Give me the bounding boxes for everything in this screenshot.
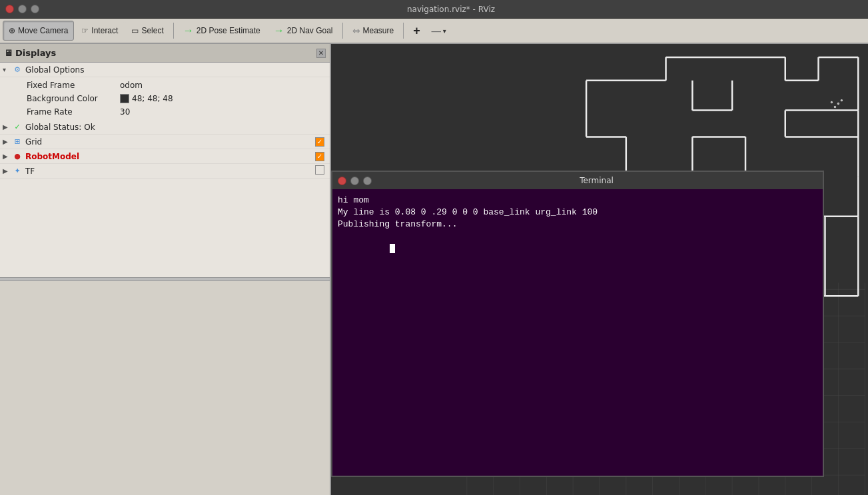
bg-color-value[interactable]: 48; 48; 48 <box>120 94 330 103</box>
left-panel-bottom <box>0 281 330 496</box>
frame-rate-row: Frame Rate 30 <box>0 105 330 119</box>
dropdown-arrow-icon: ▾ <box>443 27 446 35</box>
interact-label: Interact <box>91 26 118 35</box>
displays-title-label: Displays <box>15 48 56 58</box>
plus-icon: + <box>413 24 420 38</box>
window-controls[interactable] <box>5 5 39 13</box>
robot-model-item[interactable]: ▶ ● RobotModel ✓ <box>0 149 330 164</box>
displays-icon: 🖥 <box>4 48 13 58</box>
maximize-button[interactable] <box>31 5 39 13</box>
left-panel: 🖥 Displays ✕ ▾ ⚙ Global Options Fixed Fr… <box>0 44 331 495</box>
grid-arrow: ▶ <box>3 138 12 145</box>
terminal-min-button[interactable] <box>350 177 359 185</box>
global-options-icon: ⚙ <box>12 65 23 75</box>
terminal-title: Terminal <box>376 176 817 185</box>
fixed-frame-label: Fixed Frame <box>27 81 120 90</box>
measure-icon: ⇔ <box>352 25 360 36</box>
robot-model-checkbox[interactable]: ✓ <box>315 152 324 161</box>
fixed-frame-value[interactable]: odom <box>120 81 330 90</box>
bg-color-label: Background Color <box>27 94 120 103</box>
bg-color-text: 48; 48; 48 <box>132 94 173 103</box>
titlebar: navigation.rviz* - RViz <box>0 0 868 19</box>
terminal-cursor <box>390 244 395 253</box>
terminal-line-3: Publishing transform... <box>338 219 817 231</box>
select-icon: ▭ <box>131 26 139 35</box>
toolbar-separator-3 <box>403 23 404 39</box>
grid-item[interactable]: ▶ ⊞ Grid ✓ <box>0 135 330 149</box>
robot-model-label: RobotModel <box>25 152 315 161</box>
tf-arrow: ▶ <box>3 167 12 175</box>
terminal-cursor-line <box>338 231 817 268</box>
toolbar: ⊕ Move Camera ☞ Interact ▭ Select → 2D P… <box>0 19 868 44</box>
grid-icon: ⊞ <box>12 137 23 147</box>
move-camera-label: Move Camera <box>18 26 68 35</box>
move-camera-icon: ⊕ <box>9 26 15 35</box>
fixed-frame-row: Fixed Frame odom <box>0 79 330 92</box>
minimize-button[interactable] <box>18 5 27 13</box>
window-title: navigation.rviz* - RViz <box>39 5 863 14</box>
frame-rate-label: Frame Rate <box>27 107 120 117</box>
frame-rate-value[interactable]: 30 <box>120 107 330 117</box>
measure-label: Measure <box>363 26 394 35</box>
main-area: 🖥 Displays ✕ ▾ ⚙ Global Options Fixed Fr… <box>0 44 868 495</box>
global-status-icon: ✓ <box>12 122 23 133</box>
global-options-arrow: ▾ <box>3 66 12 73</box>
close-button[interactable] <box>5 5 14 13</box>
global-status-label: Global Status: Ok <box>25 123 330 132</box>
rviz-viewport[interactable]: Terminal hi mom My line is 0.08 0 .29 0 … <box>331 44 868 495</box>
displays-panel-title: 🖥 Displays <box>4 48 56 58</box>
terminal-max-button[interactable] <box>363 177 372 185</box>
grid-label: Grid <box>25 137 315 147</box>
bg-color-row: Background Color 48; 48; 48 <box>0 92 330 105</box>
pose-estimate-button[interactable]: → 2D Pose Estimate <box>177 21 266 41</box>
tf-item[interactable]: ▶ ✦ TF <box>0 164 330 179</box>
select-button[interactable]: ▭ Select <box>125 21 169 41</box>
terminal-window: Terminal hi mom My line is 0.08 0 .29 0 … <box>331 171 824 477</box>
tf-checkbox[interactable] <box>315 165 324 175</box>
terminal-titlebar: Terminal <box>332 172 823 189</box>
interact-button[interactable]: ☞ Interact <box>75 21 124 41</box>
global-options-item[interactable]: ▾ ⚙ Global Options <box>0 63 330 77</box>
interact-icon: ☞ <box>81 26 89 35</box>
displays-panel-header: 🖥 Displays ✕ <box>0 44 330 63</box>
select-label: Select <box>141 26 163 35</box>
add-button[interactable]: + <box>407 21 426 41</box>
move-camera-button[interactable]: ⊕ Move Camera <box>3 21 74 41</box>
global-options-label: Global Options <box>25 65 330 75</box>
robot-model-icon: ● <box>12 151 23 162</box>
tf-label: TF <box>25 167 315 176</box>
pose-estimate-icon: → <box>183 25 194 37</box>
nav-goal-button[interactable]: → 2D Nav Goal <box>268 21 339 41</box>
global-status-item[interactable]: ▶ ✓ Global Status: Ok <box>0 120 330 135</box>
nav-goal-label: 2D Nav Goal <box>287 26 333 35</box>
toolbar-separator-2 <box>342 23 343 39</box>
global-options-properties: Fixed Frame odom Background Color 48; 48… <box>0 77 330 120</box>
terminal-line-1: hi mom <box>338 195 817 207</box>
toolbar-separator-1 <box>173 23 174 39</box>
bg-color-swatch <box>120 94 129 103</box>
pose-estimate-label: 2D Pose Estimate <box>197 26 260 35</box>
displays-tree: ▾ ⚙ Global Options Fixed Frame odom Back… <box>0 63 330 277</box>
toolbar-dropdown[interactable]: — ▾ <box>428 21 450 41</box>
terminal-body[interactable]: hi mom My line is 0.08 0 .29 0 0 0 base_… <box>332 189 823 476</box>
measure-button[interactable]: ⇔ Measure <box>346 21 400 41</box>
terminal-close-button[interactable] <box>338 177 346 185</box>
displays-close-button[interactable]: ✕ <box>316 49 326 58</box>
toolbar-divider-line: — <box>431 25 442 37</box>
robot-model-arrow: ▶ <box>3 153 12 160</box>
nav-goal-icon: → <box>274 25 284 37</box>
terminal-line-2: My line is 0.08 0 .29 0 0 0 base_link ur… <box>338 207 817 219</box>
tf-icon: ✦ <box>12 166 23 177</box>
global-status-arrow: ▶ <box>3 123 12 131</box>
grid-checkbox[interactable]: ✓ <box>315 137 324 147</box>
